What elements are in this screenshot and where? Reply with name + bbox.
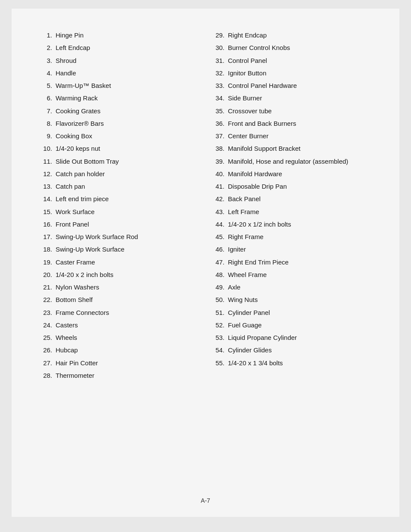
item-number: 38. xyxy=(210,143,228,153)
item-label: Swing-Up Work Surface Rod xyxy=(56,232,201,242)
list-item: 10.1/4-20 keps nut xyxy=(37,143,201,153)
item-number: 36. xyxy=(210,118,228,128)
item-label: Casters xyxy=(56,320,201,330)
item-label: Warming Rack xyxy=(56,93,201,103)
item-label: Right Frame xyxy=(228,232,374,242)
item-number: 25. xyxy=(37,333,56,342)
list-item: 20.1/4-20 x 2 inch bolts xyxy=(37,270,201,280)
list-item: 42.Back Panel xyxy=(210,194,374,204)
item-label: Frame Connectors xyxy=(56,308,201,317)
item-label: 1/4-20 keps nut xyxy=(56,143,201,153)
item-label: Burner Control Knobs xyxy=(228,43,374,53)
item-label: Manifold, Hose and regulator (assembled) xyxy=(228,156,374,166)
item-number: 34. xyxy=(210,93,228,103)
item-number: 35. xyxy=(210,106,228,116)
item-label: Hubcap xyxy=(56,345,201,355)
item-number: 53. xyxy=(210,333,228,342)
list-item: 27.Hair Pin Cotter xyxy=(37,358,201,368)
item-number: 54. xyxy=(210,345,228,355)
item-label: Bottom Shelf xyxy=(56,295,201,305)
item-label: Wheel Frame xyxy=(228,270,374,280)
list-item: 53.Liquid Propane Cylinder xyxy=(210,333,374,342)
item-label: Handle xyxy=(56,68,201,78)
item-number: 28. xyxy=(37,370,56,380)
item-number: 50. xyxy=(210,295,228,305)
item-number: 19. xyxy=(37,257,56,267)
list-item: 19.Caster Frame xyxy=(37,257,201,267)
list-item: 44.1/4-20 x 1/2 inch bolts xyxy=(210,219,374,229)
item-label: Crossover tube xyxy=(228,106,374,116)
list-item: 50.Wing Nuts xyxy=(210,295,374,305)
item-number: 49. xyxy=(210,282,228,292)
item-label: Left Frame xyxy=(228,207,374,217)
item-number: 24. xyxy=(37,320,56,330)
list-item: 47.Right End Trim Piece xyxy=(210,257,374,267)
item-number: 12. xyxy=(37,169,56,179)
item-number: 21. xyxy=(37,282,56,292)
item-number: 48. xyxy=(210,270,228,280)
item-number: 47. xyxy=(210,257,228,267)
item-label: Wheels xyxy=(56,333,201,342)
item-number: 26. xyxy=(37,345,56,355)
list-item: 2.Left Endcap xyxy=(37,43,201,53)
item-label: Front and Back Burners xyxy=(228,118,374,128)
item-label: Wing Nuts xyxy=(228,295,374,305)
item-number: 11. xyxy=(37,156,56,166)
item-label: Work Surface xyxy=(56,207,201,217)
item-label: Right End Trim Piece xyxy=(228,257,374,267)
item-number: 55. xyxy=(210,358,228,368)
item-label: Ignitor Button xyxy=(228,68,374,78)
item-label: Disposable Drip Pan xyxy=(228,181,374,191)
item-label: Igniter xyxy=(228,244,374,254)
list-item: 6.Warming Rack xyxy=(37,93,201,103)
list-item: 54.Cylinder Glides xyxy=(210,345,374,355)
item-label: Catch pan holder xyxy=(56,169,201,179)
list-item: 46.Igniter xyxy=(210,244,374,254)
list-item: 4.Handle xyxy=(37,68,201,78)
list-item: 8.Flavorizer® Bars xyxy=(37,118,201,128)
list-item: 49.Axle xyxy=(210,282,374,292)
list-item: 25.Wheels xyxy=(37,333,201,342)
list-item: 41.Disposable Drip Pan xyxy=(210,181,374,191)
item-number: 10. xyxy=(37,143,56,153)
item-number: 29. xyxy=(210,30,228,40)
item-number: 9. xyxy=(37,131,56,141)
list-item: 12.Catch pan holder xyxy=(37,169,201,179)
list-item: 52.Fuel Guage xyxy=(210,320,374,330)
item-label: Thermometer xyxy=(56,370,201,380)
list-item: 16.Front Panel xyxy=(37,219,201,229)
list-item: 32.Ignitor Button xyxy=(210,68,374,78)
list-item: 1.Hinge Pin xyxy=(37,30,201,40)
list-item: 55.1/4-20 x 1 3/4 bolts xyxy=(210,358,374,368)
item-number: 40. xyxy=(210,169,228,179)
item-label: Warm-Up™ Basket xyxy=(56,81,201,90)
item-number: 8. xyxy=(37,118,56,128)
list-item: 33.Control Panel Hardware xyxy=(210,81,374,90)
item-number: 6. xyxy=(37,93,56,103)
item-label: Hinge Pin xyxy=(56,30,201,40)
list-item: 14.Left end trim piece xyxy=(37,194,201,204)
item-label: Fuel Guage xyxy=(228,320,374,330)
right-column: 29.Right Endcap30.Burner Control Knobs31… xyxy=(210,30,374,383)
list-item: 21.Nylon Washers xyxy=(37,282,201,292)
item-label: Catch pan xyxy=(56,181,201,191)
item-label: Center Burner xyxy=(228,131,374,141)
item-number: 33. xyxy=(210,81,228,90)
list-item: 28.Thermometer xyxy=(37,370,201,380)
list-item: 48.Wheel Frame xyxy=(210,270,374,280)
item-label: Shroud xyxy=(56,56,201,65)
list-item: 18.Swing-Up Work Surface xyxy=(37,244,201,254)
item-number: 1. xyxy=(37,30,56,40)
list-item: 38.Manifold Support Bracket xyxy=(210,143,374,153)
item-label: Manifold Support Bracket xyxy=(228,143,374,153)
list-item: 43.Left Frame xyxy=(210,207,374,217)
list-item: 7.Cooking Grates xyxy=(37,106,201,116)
item-number: 23. xyxy=(37,308,56,317)
item-label: Back Panel xyxy=(228,194,374,204)
list-item: 40.Manifold Hardware xyxy=(210,169,374,179)
item-label: Slide Out Bottom Tray xyxy=(56,156,201,166)
item-number: 31. xyxy=(210,56,228,65)
item-number: 4. xyxy=(37,68,56,78)
item-number: 18. xyxy=(37,244,56,254)
item-number: 46. xyxy=(210,244,228,254)
